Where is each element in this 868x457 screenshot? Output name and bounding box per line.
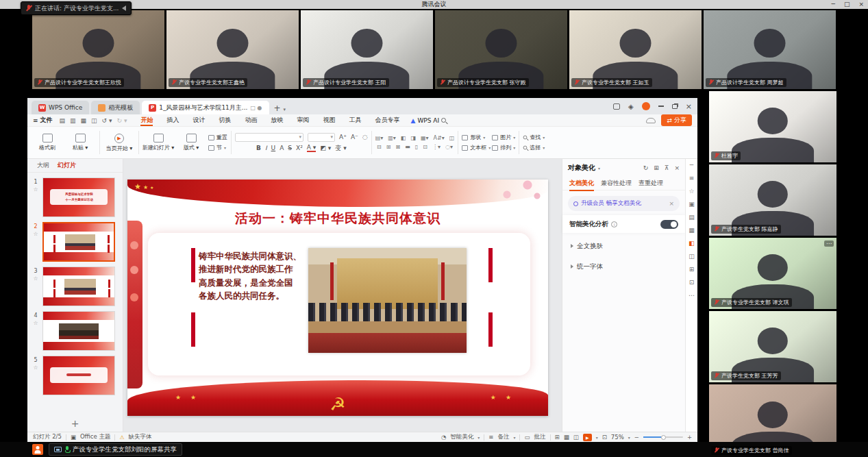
banner-close-icon[interactable]: ×: [669, 200, 674, 207]
wps-restore-icon[interactable]: [672, 104, 678, 109]
material-icon[interactable]: ▤: [689, 214, 695, 221]
screen-share-tooltip[interactable]: 产设专业学生党支部刘阳的屏幕共享: [49, 443, 182, 456]
increase-font-icon[interactable]: A⁺: [339, 134, 347, 140]
slide-thumbnail-2[interactable]: [42, 222, 115, 262]
ribbon-tab-会员专享[interactable]: 会员专享: [368, 114, 406, 126]
highlight-color-button[interactable]: ◩ ▾: [320, 145, 331, 151]
format-I-button[interactable]: I: [265, 145, 267, 151]
outdent-icon[interactable]: ◧: [401, 135, 406, 141]
format-B-button[interactable]: B: [256, 145, 261, 151]
theme-label[interactable]: Office 主题: [80, 433, 111, 441]
document-tab[interactable]: P1_风景园林与艺术学院11月主...□ ●: [142, 101, 269, 114]
new-tab-button[interactable]: +: [274, 103, 281, 113]
panel-tab-幻灯片[interactable]: 幻灯片: [58, 161, 76, 170]
text-direction-icon[interactable]: A⇵▾: [434, 135, 445, 141]
ribbon-tab-动画[interactable]: 动画: [238, 114, 264, 126]
font-family-combo[interactable]: [235, 133, 303, 142]
ribbon-button-新建幻灯片[interactable]: 新建幻灯片 ▾: [142, 134, 174, 151]
wps-ai-button[interactable]: ▲ WPS AI: [410, 117, 446, 124]
ribbon-button-排列[interactable]: 排列 ▾: [492, 144, 515, 151]
line-spacing-icon[interactable]: ▦▾: [421, 135, 429, 141]
close-button[interactable]: ×: [858, 0, 864, 9]
section-统一字体[interactable]: 统一字体: [562, 256, 685, 277]
ribbon-tab-放映[interactable]: 放映: [264, 114, 290, 126]
video-tile[interactable]: 产设专业学生党支部 王如玉: [569, 10, 702, 89]
list-more-icon[interactable]: ⋮▾: [432, 144, 441, 150]
format-S-button[interactable]: S: [288, 145, 292, 151]
ribbon-button-查找[interactable]: 查找 ▾: [523, 134, 545, 141]
slide-title[interactable]: 活动一：铸牢中华民族共同体意识: [127, 210, 548, 227]
document-tab[interactable]: 稻壳模板: [91, 101, 140, 114]
wps-close-icon[interactable]: ×: [686, 102, 692, 111]
justify-icon[interactable]: ▬: [405, 144, 410, 150]
zoom-in-icon[interactable]: +: [687, 434, 692, 441]
star-icon[interactable]: ☆: [33, 186, 38, 193]
history-icon[interactable]: ↻: [643, 164, 649, 171]
slide-thumbnail-1[interactable]: 风景园林与艺术学院 十一月主题党日活动: [42, 177, 115, 217]
ribbon-tab-工具[interactable]: 工具: [342, 114, 368, 126]
sorter-view-icon[interactable]: ▦: [564, 434, 569, 441]
video-tile[interactable]: 产设学生党支部 王芳芳: [709, 311, 836, 382]
notes-icon[interactable]: ◫: [689, 253, 695, 260]
zoom-level[interactable]: 75%: [611, 434, 624, 441]
ribbon-button-粘贴[interactable]: 粘贴 ▾: [64, 134, 96, 151]
ribbon-button-重置[interactable]: 重置: [208, 134, 227, 141]
format-U-button[interactable]: U: [271, 145, 276, 151]
properties-icon[interactable]: ≡: [689, 175, 695, 182]
numbered-list-icon[interactable]: ▥▾: [388, 135, 396, 141]
format-A-button[interactable]: A: [280, 145, 284, 151]
collapse-icon[interactable]: ─: [690, 162, 693, 169]
indent-icon[interactable]: ◨: [410, 135, 416, 141]
smart-beautify-button[interactable]: 智能美化: [450, 433, 473, 441]
grid-icon[interactable]: ⊞: [689, 266, 695, 273]
beautify-tab-文档美化[interactable]: 文档美化: [569, 179, 594, 188]
clear-format-icon[interactable]: ◌: [362, 134, 368, 140]
ribbon-button-文本框[interactable]: 文本框 ▾: [462, 144, 491, 151]
settings-icon[interactable]: ⊡: [689, 279, 695, 286]
favorites-icon[interactable]: ☆: [689, 188, 694, 195]
add-slide-button[interactable]: +: [27, 418, 123, 429]
output-icon[interactable]: ▥: [70, 117, 76, 124]
format-X²-button[interactable]: X²: [296, 145, 303, 151]
align-left-icon[interactable]: ⊟: [377, 144, 382, 150]
current-slide[interactable]: ★★★ 活动一：铸牢中华民族共同体意识 铸牢中华民族共同体意识、推进新时代党的民…: [127, 180, 548, 416]
redo-icon[interactable]: ↻ ▾: [117, 117, 127, 124]
slide-thumbnail-3[interactable]: [42, 267, 115, 306]
slide-photo[interactable]: [308, 248, 467, 353]
video-tile[interactable]: 产品设计学生党支部 周梦超: [704, 10, 836, 89]
video-tile[interactable]: 产设专业学生党支部王鑫艳: [166, 10, 299, 89]
slide-thumbnail-4[interactable]: [42, 311, 115, 351]
panel-close-icon[interactable]: ×: [674, 164, 680, 171]
chevron-down-icon[interactable]: ▾: [598, 166, 600, 171]
para-more-icon[interactable]: ◌▾: [445, 144, 453, 150]
tab-list-dropdown-icon[interactable]: ▾: [284, 107, 286, 112]
skin-icon[interactable]: ◈: [628, 103, 634, 110]
star-icon[interactable]: ☆: [33, 231, 38, 237]
ribbon-tab-插入[interactable]: 插入: [160, 114, 186, 126]
slide-canvas[interactable]: ★★★ 活动一：铸牢中华民族共同体意识 铸牢中华民族共同体意识、推进新时代党的民…: [123, 159, 562, 432]
reading-view-icon[interactable]: ◫: [573, 434, 579, 441]
star-icon[interactable]: ☆: [33, 275, 38, 282]
video-tile[interactable]: 产品设计专业学生党支部 王阳: [301, 10, 433, 89]
zoom-out-icon[interactable]: −: [634, 434, 639, 441]
info-icon[interactable]: i: [611, 221, 617, 227]
video-tile[interactable]: ⋯产设专业学生党支部 谭文琪: [709, 238, 836, 309]
speaking-indicator-badge[interactable]: 正在讲话: 产设专业学生党支...: [21, 1, 132, 15]
indent-more-icon[interactable]: ⊡: [423, 144, 427, 150]
beautify-tab-查重处理[interactable]: 查重处理: [638, 179, 663, 188]
document-tab[interactable]: WWPS Office: [32, 101, 89, 114]
star-icon[interactable]: ☆: [33, 320, 38, 326]
ribbon-button-版式[interactable]: 版式 ▾: [175, 134, 207, 151]
comments-button[interactable]: 批注: [534, 433, 546, 441]
columns-icon[interactable]: ▯: [415, 144, 418, 150]
restore-button[interactable]: □: [844, 0, 850, 9]
layers-icon[interactable]: ▣: [689, 201, 695, 208]
more-text-effects-button[interactable]: 变 ▾: [335, 144, 346, 153]
member-upgrade-banner[interactable]: 升级会员 畅享文档美化 ×: [568, 196, 680, 211]
video-tile[interactable]: 产品设计专业学生党支部 张守殿: [435, 10, 567, 89]
ribbon-tab-切换[interactable]: 切换: [212, 114, 238, 126]
ribbon-button-选择[interactable]: 选择 ▾: [523, 144, 545, 151]
video-tile[interactable]: 产品设计专业学生党支部王欣悦: [32, 10, 164, 89]
wps-minimize-icon[interactable]: [658, 106, 664, 107]
video-tile[interactable]: 产设学生党支部 陈嘉静: [709, 164, 836, 236]
